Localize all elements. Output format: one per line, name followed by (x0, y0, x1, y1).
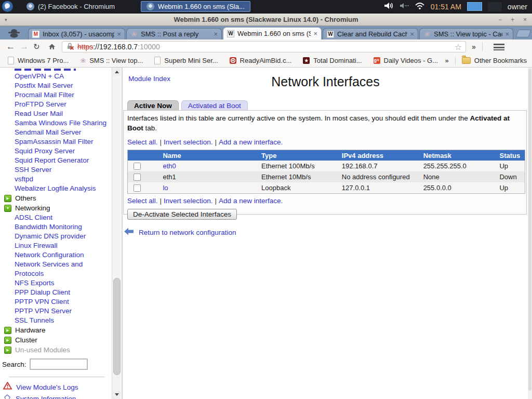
sidebar-item-dyndns[interactable]: Dynamic DNS provider (0, 232, 112, 241)
return-link-row[interactable]: Return to network configuration (124, 228, 236, 237)
sidebar-item-ssh[interactable]: SSH Server (0, 165, 112, 175)
sidebar-category-networking[interactable]: ▼ Networking (0, 203, 112, 213)
sidebar-item-pptp-client[interactable]: PPTP VPN Client (0, 297, 112, 307)
invert-selection-link[interactable]: Invert selection. (164, 197, 213, 205)
sidebar-item-read-user-mail[interactable]: Read User Mail (0, 109, 112, 118)
sidebar-item-firewall[interactable]: Linux Firewall (0, 241, 112, 250)
view-module-logs-link[interactable]: View Module's Logs (0, 382, 112, 393)
tab-sms-view-topic[interactable]: ❀ SMS :: View topic - Cachin × (419, 28, 513, 39)
sidebar-item-squid-report[interactable]: Squid Report Generator (0, 156, 112, 165)
search-input[interactable] (30, 358, 88, 370)
sidebar-item-sendmail[interactable]: Sendmail Mail Server (0, 128, 112, 137)
wifi-icon[interactable] (415, 2, 425, 11)
webmin-page: OpenVPN + CA Postfix Mail Server Procmai… (0, 68, 532, 399)
toolbar-overflow-chevron[interactable]: » (472, 43, 476, 51)
bookmark-total-domination[interactable]: ★ Total Dominati... (297, 57, 367, 64)
taskbar-window-facebook[interactable]: (2) Facebook - Chromium (21, 2, 120, 11)
sidebar-item-adsl[interactable]: ADSL Client (0, 213, 112, 222)
add-interface-link[interactable]: Add a new interface. (219, 197, 283, 205)
interface-checkbox[interactable] (134, 184, 141, 192)
scroll-down-button[interactable] (113, 391, 121, 399)
sidebar-item-ppp[interactable]: PPP Dialup Client (0, 288, 112, 297)
bookmark-superb-mini[interactable]: Superb Mini Ser... (149, 57, 223, 64)
sidebar-item-webalizer[interactable]: Webalizer Logfile Analysis (0, 184, 112, 193)
sidebar-item-samba[interactable]: Samba Windows File Sharing (0, 118, 112, 128)
sidebar-item-openvpn[interactable]: OpenVPN + CA (0, 72, 112, 81)
sidebar-item-vsftpd[interactable]: vsftpd (0, 175, 112, 184)
address-bar[interactable]: https://192.168.0.7:10000 ☆ (62, 41, 466, 52)
add-interface-link[interactable]: Add a new interface. (219, 138, 283, 146)
url-host: ://192.168.0.7 (93, 43, 138, 51)
sidebar-item-network-config[interactable]: Network Configuration (0, 250, 112, 260)
tray-applet[interactable] (488, 2, 502, 11)
invert-selection-link[interactable]: Invert selection. (164, 138, 213, 146)
new-tab-button[interactable] (516, 30, 531, 37)
mic-muted-icon[interactable] (400, 2, 409, 11)
sidebar-item-network-services[interactable]: Network Services and Protocols (0, 260, 112, 278)
left-arrow-icon[interactable] (124, 228, 134, 237)
scroll-up-button[interactable] (113, 68, 121, 76)
tab-sms-post-reply[interactable]: ❀ SMS :: Post a reply × (126, 28, 222, 39)
sidebar-item-procmail[interactable]: Procmail Mail Filter (0, 90, 112, 100)
sidebar-category-hardware[interactable]: ▶ Hardware (0, 325, 112, 335)
selection-links: Select all.|Invert selection.|Add a new … (127, 138, 523, 146)
maximize-button[interactable]: + (511, 16, 514, 23)
interface-checkbox[interactable] (134, 174, 141, 181)
category-collapsed-icon: ▶ (4, 327, 11, 334)
return-to-network-config-link[interactable]: Return to network configuration (139, 229, 236, 236)
category-label: Networking (15, 203, 50, 213)
other-bookmarks-button[interactable]: Other Bookmarks (462, 57, 527, 64)
interface-name-link[interactable]: eth0 (163, 162, 176, 170)
app-menu-icon[interactable] (2, 1, 13, 12)
forward-button[interactable]: → (20, 42, 29, 52)
page-scrollbar-thumb[interactable] (528, 69, 531, 391)
battery-indicator[interactable] (467, 2, 482, 11)
reload-button[interactable]: ↻ (33, 42, 40, 51)
sidebar-item-pptp-server[interactable]: PPTP VPN Server (0, 307, 112, 316)
tab-activated-at-boot[interactable]: Activated at Boot (181, 100, 248, 111)
sidebar-item-bandwidth[interactable]: Bandwidth Monitoring (0, 222, 112, 232)
system-information-link[interactable]: System Information (0, 393, 112, 399)
insecure-lock-icon[interactable] (66, 42, 74, 52)
minimize-button[interactable]: − (498, 16, 502, 23)
home-button[interactable] (48, 43, 56, 52)
close-button[interactable]: × (523, 16, 527, 23)
bookmarks-overflow-chevron[interactable]: » (445, 57, 449, 64)
tab-close-icon[interactable]: × (214, 30, 218, 38)
tab-close-icon[interactable]: × (505, 30, 509, 38)
browser-menu-icon[interactable] (494, 44, 504, 50)
bookmark-readyaimbid[interactable]: ReadyAimBid.c... (224, 57, 298, 64)
sidebar-item-ssl-tunnels[interactable]: SSL Tunnels (0, 316, 112, 325)
tab-close-icon[interactable]: × (313, 30, 317, 37)
sidebar-item-squid-proxy[interactable]: Squid Proxy Server (0, 147, 112, 156)
sidebar-category-cluster[interactable]: ▶ Cluster (0, 335, 112, 345)
page-icon (154, 57, 161, 64)
sidebar-item-spamassassin[interactable]: SpamAssassin Mail Filter (0, 137, 112, 147)
bookmark-windows7[interactable]: Windows 7 Pro... (2, 57, 74, 64)
bookmark-star-icon[interactable]: ☆ (455, 42, 462, 52)
bookmark-daily-videos[interactable]: g+ Daily Videos - G... (368, 57, 444, 64)
sidebar-category-unused-modules[interactable]: ▶ Un-used Modules (0, 345, 112, 355)
sidebar-item-postfix[interactable]: Postfix Mail Server (0, 81, 112, 90)
tab-inbox[interactable]: M Inbox (3,057) - usacompu × (28, 28, 125, 39)
bookmark-sms-view-topic[interactable]: ❀ SMS :: View top... (74, 57, 149, 64)
tab-clear-cache[interactable]: W Clear and Rebuild Cache × (323, 28, 418, 39)
sidebar-category-others[interactable]: ▶ Others (0, 193, 112, 203)
deactivate-selected-button[interactable]: De-Activate Selected Interfaces (127, 209, 237, 220)
tab-close-icon[interactable]: × (410, 30, 414, 38)
window-menu-caret-icon[interactable]: ▾ (5, 17, 7, 22)
tab-close-icon[interactable]: × (117, 30, 121, 38)
description-post: tab. (143, 124, 157, 132)
sidebar-item-proftpd[interactable]: ProFTPD Server (0, 100, 112, 109)
sidebar-item-nfs[interactable]: NFS Exports (0, 278, 112, 288)
taskbar-window-webmin[interactable]: Webmin 1.660 on sms (Sla... (141, 1, 250, 12)
scrollbar-thumb[interactable] (113, 278, 121, 375)
select-all-link[interactable]: Select all. (127, 197, 158, 205)
interface-checkbox[interactable] (134, 163, 141, 170)
tab-webmin-active[interactable]: W Webmin 1.660 on sms (S × (223, 27, 322, 39)
volume-icon[interactable] (383, 2, 394, 11)
select-all-link[interactable]: Select all. (127, 138, 158, 146)
back-button[interactable]: ← (6, 42, 15, 52)
tab-active-now[interactable]: Active Now (127, 100, 179, 111)
interface-name-link[interactable]: lo (163, 184, 168, 192)
